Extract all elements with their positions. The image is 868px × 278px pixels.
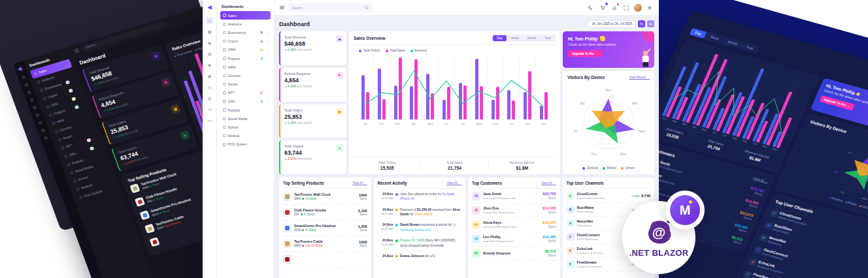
menu-badge: 6	[259, 91, 263, 95]
hamburger-icon[interactable]	[280, 6, 284, 9]
range-tab[interactable]: Week	[507, 35, 523, 41]
range-tab[interactable]: Month	[524, 35, 540, 41]
stat-icon: ◆	[336, 35, 343, 42]
view-all-link[interactable]: View All →	[447, 181, 461, 185]
sidebar-item[interactable]: Ecommerce 8 ›	[220, 28, 271, 37]
chevron-right-icon: ›	[267, 57, 268, 60]
sidebar-item[interactable]: Analytics	[220, 20, 271, 28]
settings-gear-icon[interactable]	[646, 4, 654, 12]
topbar	[275, 0, 659, 16]
menu-item-icon	[223, 31, 226, 35]
legend-dot	[582, 167, 585, 170]
recent-activity-card: Recent Activity View All → 24,Nov 08:45 …	[374, 178, 466, 278]
dropdown-button[interactable]: ▾	[647, 20, 654, 27]
chart-total-cell: Total Sales 21,754	[420, 161, 488, 170]
promo-illustration	[635, 48, 652, 68]
menu-item-icon	[70, 171, 73, 174]
rail-icon[interactable]: ▥	[206, 95, 213, 102]
product-image	[144, 224, 155, 234]
menu-item-icon	[37, 80, 40, 84]
activity-row: 24,Nov 10:00 AM David Brown requested a …	[378, 220, 462, 236]
app-logo-icon[interactable]: ◀	[207, 3, 212, 13]
cart-icon[interactable]	[599, 4, 607, 12]
menu-item-icon	[223, 126, 226, 129]
product-image	[140, 210, 150, 220]
notifications-bell-icon[interactable]	[610, 4, 618, 12]
legend-dot	[359, 50, 361, 52]
stat-cards: Total Revenue $46,658 ↗ 0.45% this month…	[279, 31, 346, 174]
chevron-right-icon: ›	[267, 40, 268, 43]
rail-icon[interactable]: ◎	[206, 84, 213, 91]
rail-icon[interactable]: ▣	[206, 72, 213, 80]
sidebar-item[interactable]: Stocks	[220, 80, 271, 89]
m-logo-badge: M	[665, 191, 705, 230]
rail-icon[interactable]: ▭	[206, 117, 213, 124]
menu-item-icon	[223, 134, 226, 138]
rail-icon[interactable]: ▦	[206, 28, 213, 35]
range-tab[interactable]: Day	[493, 35, 507, 41]
sidebar-item[interactable]: Projects 4 ›	[220, 54, 271, 63]
rail-icon[interactable]: ▤	[206, 50, 213, 57]
svg-text:Wed: Wed	[861, 197, 867, 201]
menu-badge: 8	[259, 31, 263, 35]
chart-total-cell: Total Orders 15,535	[354, 161, 420, 170]
sidebar-item[interactable]: Jobs 2 ›	[220, 97, 271, 106]
sidebar: Dashboards Sales Analytics	[217, 0, 275, 278]
refresh-button[interactable]: ↻	[638, 20, 645, 27]
view-all-link[interactable]: View All →	[352, 181, 367, 185]
customer-row: JS Jane Smith janesmith215@gmail.com $23…	[472, 189, 556, 204]
chevron-right-icon: ›	[78, 95, 80, 99]
date-range-picker[interactable]: 16, Jun 2025 to 16, Jul 2025	[588, 20, 636, 28]
sidebar-section-title: Dashboards	[222, 5, 271, 8]
activity-dot	[395, 193, 398, 196]
radar-chart: SunMonTuesWedThuFriSat020406080100	[567, 80, 650, 165]
sidebar-item[interactable]: HRM	[220, 63, 271, 71]
sidebar-item[interactable]: NFT 6 ›	[220, 89, 271, 97]
view-report-link[interactable]: View Report →	[629, 76, 650, 79]
sidebar-item[interactable]: Medical	[220, 132, 271, 140]
sidebar-item[interactable]: Social Media	[220, 114, 271, 123]
sidebar-item[interactable]: Podcast	[220, 106, 271, 114]
menu-badge: 4	[69, 88, 73, 92]
activity-dot	[395, 255, 398, 258]
menu-item-icon	[223, 57, 226, 60]
menu-item-icon	[223, 23, 226, 26]
sidebar-item[interactable]: CRM 5 ›	[220, 46, 271, 54]
sidebar-item[interactable]: Courses	[220, 71, 271, 80]
chart-total-cell: Revenue Earned $1.8M	[488, 161, 556, 170]
menu-badge: 6	[87, 138, 92, 142]
wave-emoji	[856, 92, 860, 96]
chevron-right-icon: ›	[267, 31, 268, 34]
rail-icon[interactable]: ◉	[206, 39, 213, 46]
menu-item-icon	[73, 179, 76, 183]
sidebar-item[interactable]: POS System	[220, 140, 271, 149]
rail-icon[interactable]: ⌂	[206, 17, 213, 24]
range-tab[interactable]: Year	[541, 35, 555, 41]
product-row	[283, 252, 367, 268]
chevron-right-icon: ›	[82, 104, 84, 107]
upgrade-button[interactable]: Upgrade To Pro →	[568, 50, 602, 57]
radar-legend: DesktopMobileOthers	[567, 165, 650, 170]
channel-icon: C	[567, 192, 575, 200]
sidebar-item[interactable]: Sales	[220, 11, 271, 20]
customer-row: JD Jhon Doe jhondoe431@gmail.com $14,563…	[472, 204, 556, 218]
kebab-menu-icon[interactable]: ⋮	[646, 181, 650, 185]
rail-icon[interactable]: ◆	[206, 61, 213, 69]
search-input[interactable]	[288, 3, 372, 12]
customer-avatar: AK	[472, 221, 480, 229]
rail-icon[interactable]: ↝	[206, 106, 213, 113]
revenue-line	[358, 57, 552, 119]
fullscreen-icon[interactable]	[622, 4, 630, 12]
logo-icon: ◀	[16, 65, 24, 72]
chart-legend: Total OrdersTotal SalesRevenue	[359, 49, 556, 52]
view-all-link[interactable]: View All →	[541, 181, 556, 185]
sidebar-item[interactable]: Crypto 4 ›	[220, 37, 271, 46]
svg-text:100: 100	[610, 95, 614, 98]
chevron-right-icon: ›	[267, 100, 268, 103]
sidebar-item[interactable]: School	[220, 123, 271, 131]
theme-moon-icon[interactable]	[587, 4, 595, 12]
channel-icon: F	[567, 233, 575, 241]
avatar[interactable]	[634, 4, 642, 12]
stat-icon: ◼	[336, 108, 343, 116]
menu-item-icon	[42, 97, 46, 100]
